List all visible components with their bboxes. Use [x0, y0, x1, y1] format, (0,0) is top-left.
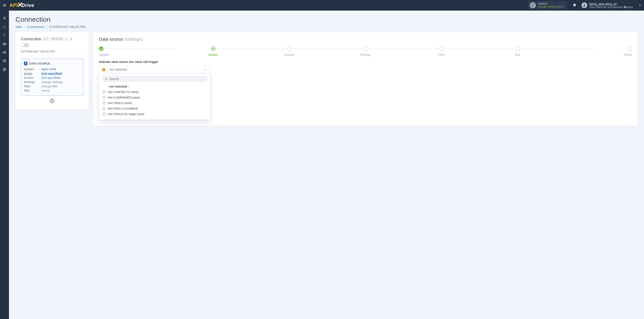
sidebar-tools[interactable] [0, 40, 9, 48]
topbar: API Drive i Actions: 25'145 / 50'000 (50… [0, 0, 644, 10]
avatar-icon [582, 2, 587, 8]
menu-button[interactable] [0, 0, 9, 10]
action-field-label: Indicate what action the robot will trig… [99, 60, 632, 64]
logo-drive: Drive [22, 2, 34, 8]
svg-text:?: ? [4, 68, 5, 71]
sidebar-video[interactable] [0, 48, 9, 56]
sidebar-account[interactable] [0, 57, 9, 65]
play-icon [102, 102, 106, 105]
data-source-head: 1 DATA SOURCE [24, 62, 80, 65]
breadcrumb-main[interactable]: Main [16, 25, 22, 28]
action-search-input[interactable] [109, 77, 204, 80]
add-step-button[interactable]: + [50, 98, 54, 104]
svg-rect-7 [5, 27, 6, 28]
sidebar-home[interactable] [0, 14, 9, 22]
logo-api: API [9, 2, 18, 8]
breadcrumb-connections[interactable]: Connections [27, 25, 44, 28]
ds-settings[interactable]: change settings [41, 80, 80, 84]
actions-used: 25'145 [538, 5, 546, 8]
user-menu-chevron[interactable] [636, 4, 644, 7]
user-menu[interactable]: demo_apix-drive_s2 Plan |Start| left unt… [579, 2, 636, 8]
sidebar-billing[interactable] [0, 31, 9, 39]
action-select: - not selected - - not selected - Get CO… [99, 66, 210, 120]
ds-access-link[interactable]: (not specified) [41, 76, 80, 80]
ds-filter[interactable]: change filter [41, 84, 80, 88]
svg-point-11 [4, 60, 5, 61]
breadcrumb: Main / Connections / SYSTEM NOT SELECTED [16, 25, 638, 28]
warning-icon [102, 68, 105, 71]
action-select-value: - not selected - [107, 68, 202, 72]
page-title: Connection [16, 16, 638, 24]
data-source-title: DATA SOURCE [29, 62, 50, 65]
gear-icon[interactable] [70, 38, 73, 41]
actions-slash: / [546, 5, 548, 8]
action-option[interactable]: Get DEALS by stage (new) [102, 111, 207, 117]
data-source-box[interactable]: 1 DATA SOURCE System Agile CRM Action (n… [21, 59, 84, 96]
actions-total: 50'000 [548, 5, 556, 8]
sidebar-connections[interactable] [0, 23, 9, 30]
connection-subtitle: SYSTEM NOT SELECTED [21, 50, 84, 55]
action-select-panel: - not selected - Get CONTACTS (new) Get … [99, 74, 210, 120]
action-option[interactable]: Get DEALS (modified) [102, 106, 207, 111]
svg-rect-6 [4, 27, 5, 28]
data-source-number: 1 [24, 62, 28, 65]
actions-pct: (50%) [557, 5, 564, 8]
action-option-none[interactable]: - not selected - [102, 84, 207, 89]
svg-line-16 [107, 80, 107, 80]
sidebar: ? [0, 10, 9, 319]
play-icon [102, 112, 106, 116]
ds-system-link[interactable]: Agile CRM [41, 68, 80, 71]
actions-chip[interactable]: i Actions: 25'145 / 50'000 (50%) [528, 1, 567, 10]
step-finish[interactable]: Finish [556, 46, 632, 56]
step-test[interactable]: Test [480, 46, 556, 56]
notifications-button[interactable] [570, 3, 579, 7]
action-option[interactable]: Get DEALS (new) [102, 100, 207, 106]
action-select-input[interactable]: - not selected - [99, 66, 210, 74]
connection-toggle[interactable] [21, 43, 29, 47]
step-settings[interactable]: Settings [328, 46, 404, 56]
svg-rect-5 [3, 27, 4, 28]
sidebar-help[interactable]: ? [0, 66, 9, 73]
logo[interactable]: API Drive [9, 2, 34, 8]
logo-x-icon [18, 2, 22, 7]
step-system[interactable]: System [99, 46, 175, 56]
breadcrumb-current: SYSTEM NOT SELECTED [49, 25, 86, 28]
step-action[interactable]: Action [175, 46, 251, 56]
action-option[interactable]: Get CONTACTS (new) [102, 89, 207, 95]
play-icon [102, 107, 106, 110]
user-name: demo_apix-drive_s2 [589, 2, 633, 6]
data-source-grid: System Agile CRM Action (not specified) … [24, 68, 80, 92]
svg-rect-14 [66, 38, 68, 40]
actions-text: Actions: 25'145 / 50'000 (50%) [538, 2, 564, 9]
main: Connection Main / Connections / SYSTEM N… [9, 10, 644, 319]
action-search[interactable] [102, 76, 207, 82]
step-filter[interactable]: Filter [403, 46, 480, 56]
step-access[interactable]: Access [251, 46, 328, 56]
connection-card-title: Connection (ID: 38928) [21, 37, 84, 47]
info-icon: i [530, 2, 536, 8]
chevron-up-icon [204, 68, 207, 71]
svg-point-15 [105, 78, 107, 80]
svg-rect-4 [4, 25, 5, 26]
settings-card-title: Data source (settings) [99, 37, 632, 42]
connection-card: Connection (ID: 38928) SYSTEM NOT SELECT… [16, 32, 89, 110]
settings-card: Data source (settings) System Action Acc… [93, 32, 638, 126]
play-icon [102, 90, 106, 94]
stepper: System Action Access Settings Filter Tes… [99, 46, 632, 56]
actions-label: Actions: [538, 2, 564, 5]
play-icon [102, 96, 106, 99]
connection-id: (ID: 38928) [43, 37, 63, 41]
search-icon [104, 77, 108, 80]
svg-point-3 [584, 4, 585, 5]
user-plan: Plan |Start| left until payment 30 days [589, 6, 633, 8]
duplicate-icon[interactable] [65, 38, 68, 41]
ds-action-link[interactable]: (not specified) [41, 72, 80, 75]
ds-test[interactable]: check [41, 89, 80, 92]
action-option[interactable]: Get COMPANIES (new) [102, 95, 207, 100]
